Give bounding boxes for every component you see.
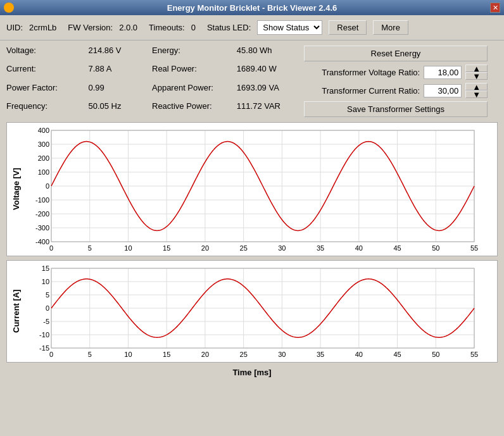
energy-label: Energy: [152,46,230,61]
voltage-value: 214.86 V [88,46,146,61]
more-button[interactable]: More [373,20,408,35]
real-power-value: 1689.40 W [237,64,298,80]
voltage-chart-container: Voltage [V] [6,122,498,256]
close-button[interactable]: ✕ [490,3,500,13]
current-chart-wrapper: Current [A] [7,261,497,362]
voltage-y-label: Voltage [V] [7,123,25,256]
frequency-value: 50.05 Hz [88,101,146,117]
status-led-label: Status LED: [207,23,251,32]
fw-value: 2.0.0 [119,23,137,32]
reactive-power-label: Reactive Power: [152,101,230,117]
reactive-power-value: 111.72 VAR [237,101,298,117]
title-bar: Energy Monitor Bricklet - Brick Viewer 2… [0,0,504,15]
transformer-current-spinners: ▲ ▼ [465,83,488,98]
current-chart-container: Current [A] [6,260,498,363]
transformer-voltage-input[interactable] [424,66,462,79]
transformer-current-row: Transformer Current Ratio: ▲ ▼ [304,83,488,98]
transformer-current-input[interactable] [424,84,462,97]
timeouts-label: Timeouts: [149,23,185,32]
reset-energy-button[interactable]: Reset Energy [304,46,488,61]
power-factor-value: 0.99 [88,83,146,99]
x-axis-label: Time [ms] [6,366,498,380]
save-transformer-button[interactable]: Save Transformer Settings [304,101,488,117]
apparent-power-value: 1693.09 VA [237,83,298,99]
energy-value: 45.80 Wh [237,46,298,61]
current-y-label: Current [A] [7,261,25,362]
voltage-chart-area [25,123,497,256]
app-icon [4,3,14,13]
transformer-current-down[interactable]: ▼ [465,90,488,98]
title-bar-title: Energy Monitor Bricklet - Brick Viewer 2… [14,3,490,13]
transformer-voltage-row: Transformer Voltage Ratio: ▲ ▼ [304,65,488,80]
uid-value: 2crmLb [29,23,56,32]
voltage-label: Voltage: [6,46,82,61]
main-content: Voltage: 214.86 V Current: 7.88 A Power … [0,40,504,385]
info-section: Voltage: 214.86 V Current: 7.88 A Power … [6,46,498,117]
current-value: 7.88 A [88,64,146,80]
apparent-power-label: Apparent Power: [152,83,230,99]
power-factor-label: Power Factor: [6,83,82,99]
current-canvas [25,261,481,362]
right-info-grid: Energy: 45.80 Wh Real Power: 1689.40 W A… [152,46,298,117]
current-chart-area [25,261,497,362]
frequency-label: Frequency: [6,101,82,117]
fw-label: FW Version: [68,23,113,32]
voltage-canvas [25,123,481,256]
controls-panel: Reset Energy Transformer Voltage Ratio: … [304,46,488,117]
real-power-label: Real Power: [152,64,230,80]
uid-label: UID: [6,23,23,32]
transformer-voltage-label: Transformer Voltage Ratio: [304,68,420,77]
voltage-chart-wrapper: Voltage [V] [7,123,497,256]
toolbar: UID: 2crmLb FW Version: 2.0.0 Timeouts: … [0,15,504,40]
timeouts-value: 0 [191,23,196,32]
status-led-select[interactable]: Show Status Off On Heartbeat [257,20,322,35]
left-info-grid: Voltage: 214.86 V Current: 7.88 A Power … [6,46,146,117]
reset-button[interactable]: Reset [329,20,367,35]
transformer-current-label: Transformer Current Ratio: [304,86,420,96]
transformer-voltage-down[interactable]: ▼ [465,72,488,80]
current-label: Current: [6,64,82,80]
transformer-voltage-spinners: ▲ ▼ [465,65,488,80]
